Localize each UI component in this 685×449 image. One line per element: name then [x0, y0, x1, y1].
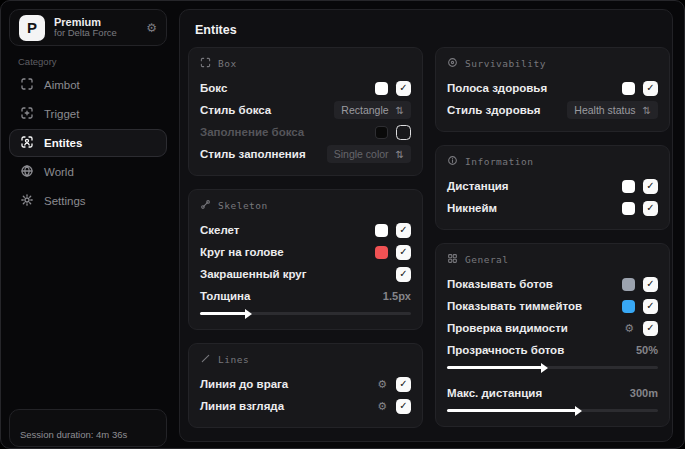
- color-swatch[interactable]: [375, 82, 388, 95]
- main-content: Entites Box Бокс ✓ Стиль бокса Rectangle: [179, 9, 673, 442]
- dropdown-value: Health status: [574, 104, 635, 116]
- slider-fill: [447, 409, 576, 412]
- dropdown-value: Rectangle: [341, 104, 388, 116]
- setting-row: Прозрачность ботов 50%: [447, 339, 658, 361]
- color-swatch[interactable]: [375, 224, 388, 237]
- panel-information: Information Дистанция ✓ Никнейм ✓: [435, 145, 670, 230]
- checkbox[interactable]: ✓: [396, 81, 411, 96]
- check-icon: ✓: [399, 269, 407, 279]
- check-icon: ✓: [646, 323, 654, 333]
- setting-row: Скелет ✓: [200, 219, 411, 241]
- setting-label: Заполнение бокса: [200, 126, 375, 138]
- checkbox[interactable]: [396, 125, 411, 140]
- setting-label: Толщина: [200, 290, 383, 302]
- setting-label: Никнейм: [447, 202, 622, 214]
- sidebar-item-aimbot[interactable]: Aimbot: [9, 71, 167, 99]
- color-swatch[interactable]: [622, 278, 635, 291]
- checkbox[interactable]: ✓: [396, 377, 411, 392]
- globe-icon: [20, 164, 34, 180]
- panel-general: General Показывать ботов ✓ Показывать ти…: [435, 243, 670, 427]
- app-subtitle: for Delta Force: [54, 28, 117, 39]
- setting-label: Стиль здоровья: [447, 104, 567, 116]
- setting-row: Стиль здоровья Health status ⇅: [447, 99, 658, 121]
- checkbox[interactable]: ✓: [643, 299, 658, 314]
- slider-fill: [447, 366, 542, 369]
- panel-header-label: Survivability: [465, 58, 546, 69]
- sidebar-item-entites[interactable]: Entites: [9, 129, 167, 157]
- bone-icon: [200, 199, 211, 212]
- setting-label: Линия до врага: [200, 378, 377, 390]
- checkbox[interactable]: ✓: [643, 321, 658, 336]
- sidebar-item-label: Trigget: [44, 108, 79, 120]
- panel-header-label: Box: [218, 58, 237, 69]
- sidebar-item-world[interactable]: World: [9, 158, 167, 186]
- health-style-dropdown[interactable]: Health status ⇅: [567, 101, 658, 119]
- setting-row: Полоса здоровья ✓: [447, 77, 658, 99]
- setting-row: Никнейм ✓: [447, 197, 658, 219]
- setting-label: Полоса здоровья: [447, 82, 622, 94]
- setting-label: Макс. дистанция: [447, 387, 630, 399]
- info-icon: [447, 155, 458, 168]
- slider-value: 1.5px: [383, 290, 411, 302]
- setting-row: Показывать ботов ✓: [447, 273, 658, 295]
- page-title: Entites: [195, 23, 237, 37]
- setting-row: Показывать тиммейтов ✓: [447, 295, 658, 317]
- bot-opacity-slider[interactable]: [447, 366, 658, 369]
- setting-label: Дистанция: [447, 180, 622, 192]
- check-icon: ✓: [399, 401, 407, 411]
- setting-row: Макс. дистанция 300m: [447, 382, 658, 404]
- setting-label: Бокс: [200, 82, 375, 94]
- panel-header-label: Skeleton: [218, 200, 268, 211]
- box-style-dropdown[interactable]: Rectangle ⇅: [334, 101, 411, 119]
- setting-row: Заполнение бокса: [200, 121, 411, 143]
- gear-icon[interactable]: ⚙: [624, 322, 634, 335]
- checkbox[interactable]: ✓: [396, 223, 411, 238]
- setting-row: Круг на голове ✓: [200, 241, 411, 263]
- setting-label: Стиль бокса: [200, 104, 334, 116]
- panel-box: Box Бокс ✓ Стиль бокса Rectangle ⇅ Запол…: [188, 47, 423, 176]
- setting-label: Показывать ботов: [447, 278, 622, 290]
- thickness-slider[interactable]: [200, 312, 411, 315]
- slider-fill: [200, 312, 246, 315]
- fill-style-dropdown[interactable]: Single color ⇅: [327, 145, 411, 163]
- setting-label: Прозрачность ботов: [447, 344, 636, 356]
- check-icon: ✓: [646, 83, 654, 93]
- panel-skeleton: Skeleton Скелет ✓ Круг на голове ✓ Закра…: [188, 189, 423, 330]
- unfold-icon: ⇅: [396, 149, 404, 160]
- checkbox[interactable]: ✓: [643, 81, 658, 96]
- sidebar-item-label: Aimbot: [44, 79, 80, 91]
- settings-gear-icon[interactable]: ⚙: [146, 21, 157, 35]
- sidebar-item-label: Entites: [44, 137, 82, 149]
- setting-label: Скелет: [200, 224, 375, 236]
- app-logo: P: [19, 15, 45, 41]
- checkbox[interactable]: ✓: [396, 399, 411, 414]
- check-icon: ✓: [646, 279, 654, 289]
- color-swatch[interactable]: [375, 126, 388, 139]
- setting-row: Дистанция ✓: [447, 175, 658, 197]
- sidebar-nav: Aimbot Trigget Entites World Settings: [9, 71, 167, 216]
- color-swatch[interactable]: [622, 82, 635, 95]
- checkbox[interactable]: ✓: [396, 245, 411, 260]
- sidebar-item-trigget[interactable]: Trigget: [9, 100, 167, 128]
- sidebar-item-settings[interactable]: Settings: [9, 187, 167, 215]
- setting-row: Проверка видимости ⚙ ✓: [447, 317, 658, 339]
- sidebar-item-label: Settings: [44, 195, 86, 207]
- checkbox[interactable]: ✓: [643, 201, 658, 216]
- color-swatch[interactable]: [622, 180, 635, 193]
- unfold-icon: ⇅: [643, 105, 651, 116]
- logo-card: P Premium for Delta Force ⚙: [9, 9, 167, 46]
- setting-row: Стиль заполнения Single color ⇅: [200, 143, 411, 165]
- gear-icon[interactable]: ⚙: [377, 378, 387, 391]
- setting-label: Линия взгляда: [200, 400, 377, 412]
- gear-icon[interactable]: ⚙: [377, 400, 387, 413]
- checkbox[interactable]: ✓: [643, 179, 658, 194]
- checkbox[interactable]: ✓: [643, 277, 658, 292]
- setting-row: Линия до врага ⚙ ✓: [200, 373, 411, 395]
- health-icon: [447, 57, 458, 70]
- color-swatch[interactable]: [622, 300, 635, 313]
- setting-label: Стиль заполнения: [200, 148, 327, 160]
- max-distance-slider[interactable]: [447, 409, 658, 412]
- checkbox[interactable]: ✓: [396, 267, 411, 282]
- color-swatch[interactable]: [375, 246, 388, 259]
- color-swatch[interactable]: [622, 202, 635, 215]
